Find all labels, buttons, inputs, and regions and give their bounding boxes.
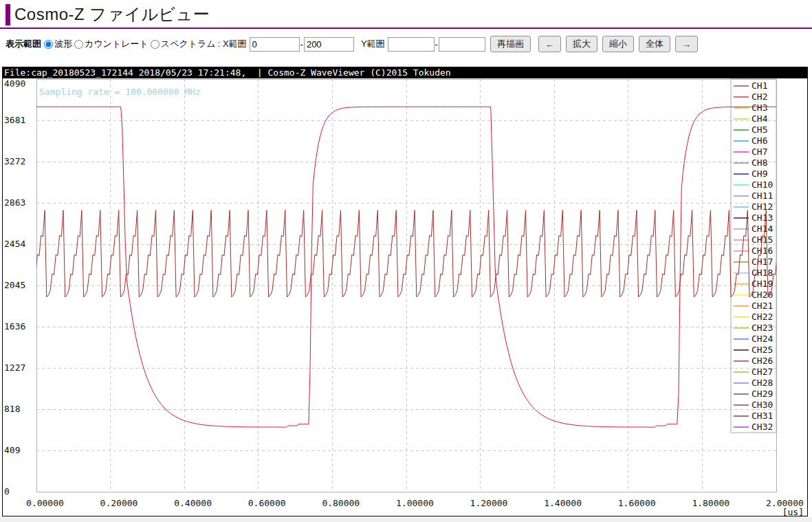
y-axis-tick-label: 1227 (4, 362, 25, 373)
x-axis-unit-label: [us] (782, 507, 804, 516)
legend-label-ch29: CH29 (751, 389, 773, 399)
waveform-ch1 (32, 210, 782, 297)
y-axis-tick-label: 3272 (4, 156, 25, 166)
y-axis-tick-label: 409 (4, 445, 20, 455)
x-axis-tick-label: 1.60000 (618, 498, 656, 508)
spectrum-radio[interactable] (151, 40, 160, 49)
legend-label-ch9: CH9 (751, 168, 767, 179)
legend-label-ch31: CH31 (751, 411, 773, 421)
x-axis-tick-label: 0.80000 (322, 498, 360, 508)
y-axis-tick-label: 2454 (4, 239, 25, 249)
x-range-max-input[interactable] (304, 37, 354, 52)
mode-option-spectrum[interactable]: スペクトラム (149, 38, 216, 50)
x-range-min-input[interactable] (250, 37, 300, 52)
legend-label-ch16: CH16 (751, 246, 773, 256)
x-axis-tick-label: 0.20000 (100, 498, 138, 508)
display-range-label: 表示範囲 (6, 38, 41, 50)
waveform-radio-label: 波形 (54, 38, 72, 50)
accent-bar (6, 4, 10, 25)
legend-label-ch1: CH1 (751, 80, 767, 91)
y-range-separator: - (435, 39, 438, 50)
legend-label-ch14: CH14 (751, 224, 773, 234)
x-axis-tick-label: 0.60000 (248, 498, 286, 508)
legend-label-ch6: CH6 (751, 135, 767, 146)
legend-label-ch2: CH2 (751, 91, 767, 102)
pan-left-button[interactable]: ← (538, 36, 561, 52)
y-axis-tick-label: 2045 (4, 280, 25, 290)
chart-title-bar: File:cap_20180523_172144 2018/05/23 17:2… (3, 67, 807, 78)
legend-label-ch27: CH27 (751, 367, 773, 377)
legend-label-ch19: CH19 (751, 279, 773, 289)
legend-label-ch21: CH21 (751, 301, 773, 311)
zoom-in-button[interactable]: 拡大 (566, 36, 597, 52)
y-axis-tick-label: 3681 (4, 115, 25, 125)
legend-label-ch17: CH17 (751, 257, 773, 267)
bottom-strip (0, 517, 812, 522)
legend-label-ch25: CH25 (751, 345, 773, 355)
y-axis-tick-label: 4090 (4, 78, 25, 89)
legend-label-ch30: CH30 (751, 400, 773, 410)
waveform-radio[interactable] (44, 40, 53, 49)
legend-label-ch23: CH23 (751, 323, 773, 333)
waveform-plot[interactable]: 0409818122716362045245428633272368140900… (3, 78, 807, 516)
legend-label-ch8: CH8 (751, 157, 767, 168)
x-range-label: : X範囲 (218, 38, 247, 50)
legend-label-ch5: CH5 (751, 124, 767, 135)
spectrum-radio-label: スペクトラム (161, 38, 216, 50)
full-range-button[interactable]: 全体 (639, 36, 670, 52)
countrate-radio[interactable] (74, 40, 83, 49)
page-title: Cosmo-Z ファイルビュー (14, 3, 210, 25)
legend-label-ch3: CH3 (751, 102, 767, 113)
legend-label-ch4: CH4 (751, 113, 768, 124)
legend-label-ch10: CH10 (751, 180, 773, 190)
y-axis-tick-label: 1636 (4, 321, 25, 331)
legend-label-ch13: CH13 (751, 213, 773, 223)
y-axis-tick-label: 818 (4, 404, 20, 414)
app-header: Cosmo-Z ファイルビュー (0, 0, 812, 29)
mode-option-waveform[interactable]: 波形 (43, 38, 72, 50)
pan-right-button[interactable]: → (675, 36, 698, 52)
waveform-viewer-frame: File:cap_20180523_172144 2018/05/23 17:2… (2, 67, 808, 516)
redraw-button[interactable]: 再描画 (490, 36, 531, 52)
x-range-separator: - (300, 39, 303, 50)
x-axis-tick-label: 1.00000 (396, 498, 434, 508)
x-axis-tick-label: 1.40000 (544, 498, 582, 508)
legend-label-ch12: CH12 (751, 202, 773, 212)
y-range-max-input[interactable] (439, 37, 485, 52)
x-axis-tick-label: 1.80000 (692, 498, 729, 508)
zoom-out-button[interactable]: 縮小 (602, 36, 634, 52)
legend-label-ch26: CH26 (751, 356, 773, 366)
legend-label-ch28: CH28 (751, 378, 773, 388)
y-axis-tick-label: 2863 (4, 197, 25, 208)
legend-label-ch24: CH24 (751, 334, 773, 344)
toolbar: 表示範囲 波形 カウントレート スペクトラム : X範囲 - Y範囲 - 再描画… (6, 34, 812, 54)
y-axis-tick-label: 0 (4, 486, 10, 497)
legend-label-ch32: CH32 (751, 422, 773, 432)
legend-label-ch11: CH11 (751, 191, 773, 201)
mode-option-countrate[interactable]: カウントレート (73, 38, 149, 50)
countrate-radio-label: カウントレート (85, 38, 149, 50)
legend-label-ch7: CH7 (751, 146, 767, 157)
x-axis-tick-label: 0.00000 (26, 498, 64, 508)
sampling-rate-annotation: Sampling rate = 100.000000 MHz (39, 87, 201, 97)
accent-underline (0, 28, 812, 29)
y-range-min-input[interactable] (388, 37, 435, 52)
x-axis-tick-label: 1.20000 (470, 498, 508, 508)
legend-label-ch22: CH22 (751, 312, 773, 322)
y-range-label: Y範囲 (361, 38, 385, 50)
x-axis-tick-label: 0.40000 (174, 498, 212, 508)
